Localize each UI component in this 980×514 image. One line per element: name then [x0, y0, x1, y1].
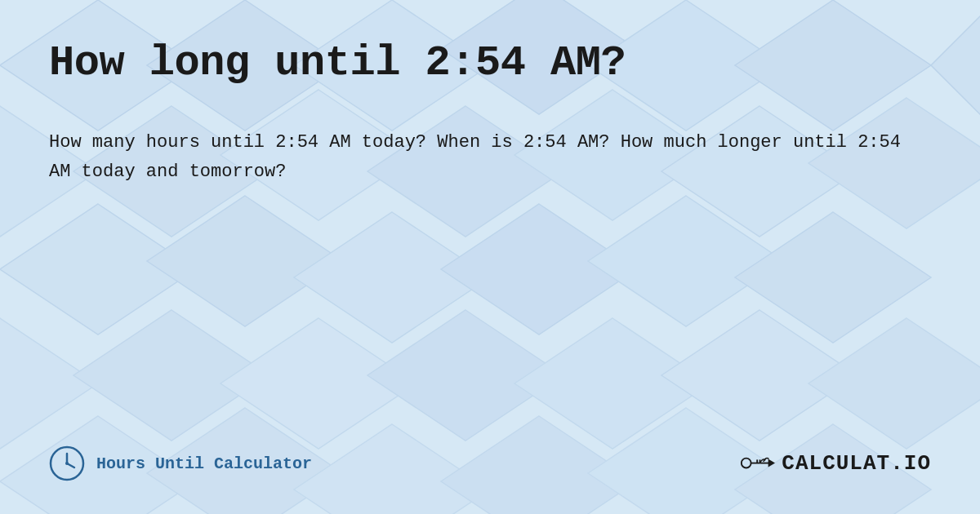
- hand-pointer-icon: [741, 448, 775, 479]
- footer-brand-label: Hours Until Calculator: [96, 454, 312, 473]
- footer: Hours Until Calculator CAL: [49, 429, 931, 481]
- content-wrapper: How long until 2:54 AM? How many hours u…: [0, 0, 980, 514]
- main-content: How long until 2:54 AM? How many hours u…: [49, 39, 931, 429]
- svg-marker-47: [768, 459, 775, 467]
- svg-point-42: [742, 459, 751, 468]
- svg-point-41: [65, 462, 69, 465]
- calculat-brand-text: CALCULAT.IO: [782, 451, 931, 476]
- clock-icon: [49, 445, 85, 481]
- footer-left: Hours Until Calculator: [49, 445, 312, 481]
- calculat-logo: CALCULAT.IO: [741, 448, 931, 479]
- description-text: How many hours until 2:54 AM today? When…: [49, 128, 915, 188]
- page-title: How long until 2:54 AM?: [49, 39, 931, 87]
- footer-right: CALCULAT.IO: [741, 448, 931, 479]
